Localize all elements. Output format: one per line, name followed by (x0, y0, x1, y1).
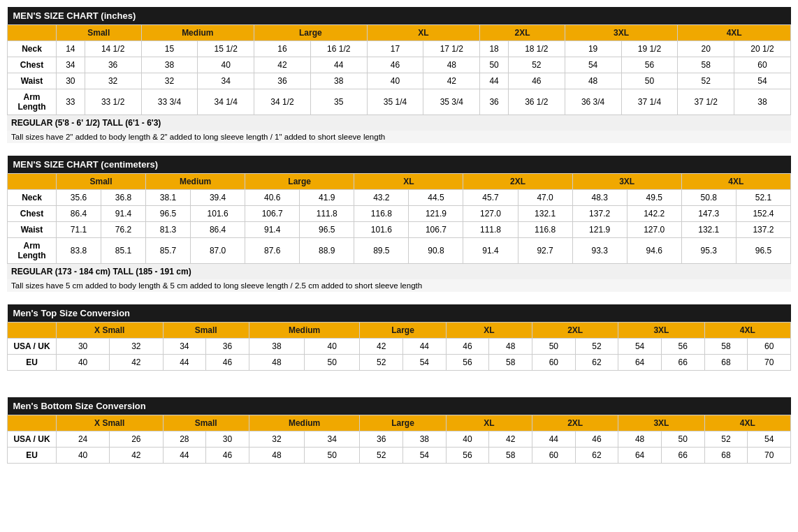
cm-header-row: Small Medium Large XL 2XL 3XL 4XL (8, 174, 791, 190)
top-usa-xs1: 30 (57, 339, 110, 355)
cm-chest-m2: 101.6 (191, 206, 245, 222)
cm-neck-4xl1: 50.8 (681, 190, 736, 206)
top-eu-s1: 44 (163, 355, 206, 371)
cm-waist-s2: 76.2 (101, 222, 146, 238)
inches-waist-4xl2: 54 (734, 73, 791, 89)
bottom-eu-m2: 50 (305, 448, 360, 464)
cm-chest-s2: 91.4 (101, 206, 146, 222)
inches-note2: Tall sizes have 2" added to body length … (7, 131, 791, 143)
top-eu-xs2: 42 (110, 355, 163, 371)
cm-chest-2xl2: 132.1 (518, 206, 572, 222)
bottom-eu-xs2: 42 (110, 448, 163, 464)
bottom-eu-xl2: 58 (489, 448, 532, 464)
inches-waist-3xl2: 50 (621, 73, 678, 89)
inches-chart-title: MEN'S SIZE CHART (inches) (8, 7, 791, 25)
inches-arm-2xl1: 36 (480, 89, 509, 115)
top-conv-4xl: 4XL (704, 323, 790, 339)
bottom-usa-xl1: 40 (446, 431, 489, 448)
bottom-eu-l2: 54 (403, 448, 447, 464)
inches-neck-row: Neck 14 14 1/2 15 15 1/2 16 16 1/2 17 17… (8, 41, 791, 57)
cm-col-2xl: 2XL (463, 174, 572, 190)
inches-neck-medium2: 15 1/2 (198, 41, 254, 57)
bottom-usa-xs2: 26 (110, 431, 163, 448)
cm-chest-label: Chest (8, 206, 57, 222)
bottom-usa-l2: 38 (403, 431, 447, 448)
bottom-conv-large: Large (360, 415, 446, 431)
top-eu-3xl2: 66 (661, 355, 704, 371)
cm-arm-3xl1: 93.3 (572, 238, 627, 264)
bottom-eu-4xl2: 70 (748, 448, 791, 464)
cm-chest-xl1: 116.8 (354, 206, 409, 222)
cm-note2: Tall sizes have 5 cm added to body lengt… (7, 279, 791, 292)
inches-neck-label: Neck (8, 41, 57, 57)
top-conv-2xl: 2XL (532, 323, 618, 339)
cm-neck-s1: 35.6 (57, 190, 101, 206)
cm-waist-l2: 96.5 (300, 222, 354, 238)
inches-col-xl: XL (367, 25, 480, 41)
cm-waist-s1: 71.1 (57, 222, 101, 238)
cm-waist-m2: 86.4 (191, 222, 245, 238)
inches-col-medium: Medium (141, 25, 254, 41)
cm-neck-l1: 40.6 (245, 190, 300, 206)
inches-neck-4xl2: 20 1/2 (734, 41, 791, 57)
bottom-usa-3xl1: 48 (618, 431, 662, 448)
bottom-conv-medium: Medium (249, 415, 360, 431)
top-usa-m1: 38 (249, 339, 304, 355)
top-usa-uk-row: USA / UK 30 32 34 36 38 40 42 44 46 48 5… (8, 339, 791, 355)
cm-arm-2xl2: 92.7 (518, 238, 572, 264)
inches-waist-small1: 30 (57, 73, 85, 89)
top-conversion-header-row: X Small Small Medium Large XL 2XL 3XL 4X… (8, 323, 791, 339)
top-eu-3xl1: 64 (618, 355, 662, 371)
cm-neck-xl1: 43.2 (354, 190, 409, 206)
cm-waist-label: Waist (8, 222, 57, 238)
cm-chest-4xl1: 147.3 (681, 206, 736, 222)
bottom-conversion-title-row: Men's Bottom Size Conversion (8, 397, 791, 415)
inches-col-4xl: 4XL (678, 25, 791, 41)
bottom-conversion-table: Men's Bottom Size Conversion X Small Sma… (7, 397, 791, 464)
cm-chest-s1: 86.4 (57, 206, 101, 222)
cm-note1: REGULAR (173 - 184 cm) TALL (185 - 191 c… (7, 264, 791, 279)
inches-neck-4xl1: 20 (678, 41, 734, 57)
inches-waist-medium1: 32 (141, 73, 198, 89)
bottom-conv-2xl: 2XL (532, 415, 618, 431)
inches-chest-2xl2: 52 (508, 57, 565, 73)
bottom-usa-uk-row: USA / UK 24 26 28 30 32 34 36 38 40 42 4… (8, 431, 791, 448)
inches-arm-medium1: 33 3/4 (141, 89, 198, 115)
cm-col-small: Small (57, 174, 146, 190)
cm-arm-xl2: 90.8 (409, 238, 463, 264)
bottom-eu-l1: 52 (360, 448, 403, 464)
bottom-usa-s2: 30 (206, 431, 249, 448)
cm-arm-row: ArmLength 83.8 85.1 85.7 87.0 87.6 88.9 … (8, 238, 791, 264)
inches-neck-large2: 16 1/2 (310, 41, 367, 57)
inches-neck-small2: 14 1/2 (85, 41, 141, 57)
top-conv-3xl: 3XL (618, 323, 704, 339)
cm-arm-4xl1: 95.3 (681, 238, 736, 264)
top-conv-xsmall: X Small (57, 323, 164, 339)
bottom-eu-3xl2: 66 (661, 448, 704, 464)
top-usa-3xl2: 56 (661, 339, 704, 355)
cm-waist-m1: 81.3 (146, 222, 191, 238)
cm-col-xl: XL (354, 174, 463, 190)
cm-arm-label: ArmLength (8, 238, 57, 264)
inches-waist-3xl1: 48 (565, 73, 621, 89)
inches-chest-xl2: 48 (423, 57, 480, 73)
cm-col-empty (8, 174, 57, 190)
bottom-eu-m1: 48 (249, 448, 304, 464)
cm-arm-l2: 88.9 (300, 238, 354, 264)
top-eu-4xl2: 70 (748, 355, 791, 371)
top-eu-l1: 52 (360, 355, 403, 371)
inches-chest-xl1: 46 (367, 57, 423, 73)
cm-col-4xl: 4XL (681, 174, 790, 190)
inches-col-3xl: 3XL (565, 25, 678, 41)
inches-arm-small1: 33 (57, 89, 85, 115)
cm-waist-4xl1: 132.1 (681, 222, 736, 238)
cm-col-medium: Medium (146, 174, 245, 190)
inches-arm-xl1: 35 1/4 (367, 89, 423, 115)
inches-chart-table: MEN'S SIZE CHART (inches) Small Medium L… (7, 7, 791, 115)
cm-neck-xl2: 44.5 (409, 190, 463, 206)
bottom-conversion-header-row: X Small Small Medium Large XL 2XL 3XL 4X… (8, 415, 791, 431)
cm-neck-row: Neck 35.6 36.8 38.1 39.4 40.6 41.9 43.2 … (8, 190, 791, 206)
cm-arm-2xl1: 91.4 (463, 238, 518, 264)
top-eu-4xl1: 68 (704, 355, 748, 371)
bottom-usa-m2: 34 (305, 431, 360, 448)
